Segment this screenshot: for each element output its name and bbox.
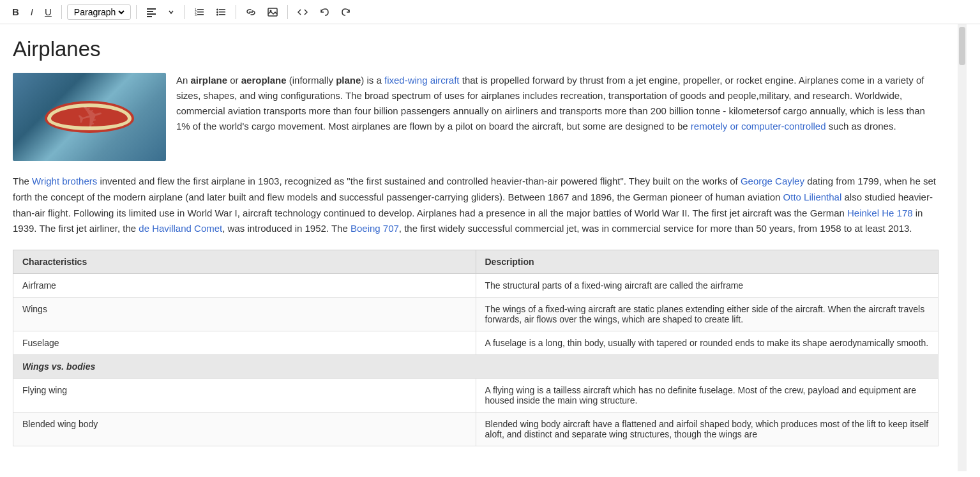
unordered-list-icon <box>216 7 226 17</box>
svg-rect-13 <box>219 11 225 13</box>
undo-icon <box>319 7 329 17</box>
table-row: AirframeThe structural parts of a fixed-… <box>13 274 939 298</box>
redo-button[interactable] <box>336 4 356 20</box>
undo-button[interactable] <box>315 4 334 20</box>
table-row: Blended wing bodyBlended wing body aircr… <box>13 413 939 446</box>
svg-rect-1 <box>147 11 153 12</box>
table-cell-char: Flying wing <box>13 379 476 413</box>
table-cell-char: Airframe <box>13 274 476 298</box>
link-fixed-wing[interactable]: fixed-wing aircraft <box>384 75 460 86</box>
separator-2 <box>136 5 137 19</box>
paragraph-select[interactable]: Paragraph Heading 1 Heading 2 Heading 3 <box>72 6 126 18</box>
svg-rect-7 <box>197 11 204 13</box>
bold-plane: plane <box>336 75 361 86</box>
svg-text:3.: 3. <box>195 13 197 17</box>
link-icon <box>246 7 256 17</box>
bold-airplane: airplane <box>191 75 228 86</box>
svg-point-12 <box>216 11 218 13</box>
scrollbar-thumb[interactable] <box>959 27 965 65</box>
table-row: FuselageA fuselage is a long, thin body,… <box>13 331 939 355</box>
redo-icon <box>341 7 351 17</box>
page-title: Airplanes <box>13 37 939 61</box>
table-cell-desc: A flying wing is a tailless aircraft whi… <box>476 379 939 413</box>
italic-button[interactable]: I <box>26 4 38 20</box>
table-header-desc: Description <box>476 250 939 274</box>
characteristics-table: Characteristics Description AirframeThe … <box>13 250 939 446</box>
bold-aeroplane: aeroplane <box>241 75 287 86</box>
intro-section: An airplane or aeroplane (informally pla… <box>13 73 939 161</box>
main-content: Airplanes An airplane or aeroplane (info… <box>0 24 958 471</box>
link-otto-lilienthal[interactable]: Otto Lilienthal <box>783 192 842 202</box>
svg-rect-5 <box>197 9 204 10</box>
svg-rect-2 <box>147 13 156 15</box>
table-cell-char: Blended wing body <box>13 413 476 446</box>
svg-point-14 <box>216 13 218 15</box>
align-left-button[interactable] <box>142 4 161 20</box>
separator-3 <box>184 5 185 19</box>
separator-4 <box>236 5 236 19</box>
table-header-char: Characteristics <box>13 250 476 274</box>
separator-1 <box>61 5 62 19</box>
table-row: Flying wingA flying wing is a tailless a… <box>13 379 939 413</box>
table-cell-desc: The structural parts of a fixed-wing air… <box>476 274 939 298</box>
svg-point-10 <box>216 8 218 10</box>
code-icon <box>298 7 308 17</box>
link-boeing[interactable]: Boeing 707 <box>351 223 399 234</box>
svg-rect-11 <box>219 9 225 10</box>
table-row: WingsThe wings of a fixed-wing aircraft … <box>13 298 939 331</box>
bold-button[interactable]: B <box>8 4 24 20</box>
code-button[interactable] <box>293 4 312 20</box>
paragraph-selector[interactable]: Paragraph Heading 1 Heading 2 Heading 3 <box>67 4 131 20</box>
link-george-cayley[interactable]: George Cayley <box>741 176 804 186</box>
table-cell-desc: Blended wing body aircraft have a flatte… <box>476 413 939 446</box>
separator-5 <box>287 5 288 19</box>
table-subheader: Wings vs. bodies <box>13 355 939 379</box>
table-cell-char: Wings <box>13 298 476 331</box>
image-icon <box>268 7 278 17</box>
align-left-icon <box>146 7 156 17</box>
toolbar: B I U Paragraph Heading 1 Heading 2 Head… <box>0 0 980 24</box>
svg-rect-9 <box>197 14 204 15</box>
intro-text: An airplane or aeroplane (informally pla… <box>176 73 939 161</box>
svg-rect-3 <box>147 16 152 17</box>
underline-button[interactable]: U <box>40 4 56 20</box>
table-cell-desc: A fuselage is a long, thin body, usually… <box>476 331 939 355</box>
airplane-image <box>13 73 166 161</box>
svg-rect-0 <box>147 8 156 10</box>
svg-rect-15 <box>219 14 225 15</box>
table-cell-desc: The wings of a fixed-wing aircraft are s… <box>476 298 939 331</box>
link-button[interactable] <box>241 4 260 20</box>
table-cell-char: Fuselage <box>13 331 476 355</box>
link-wright-brothers[interactable]: Wright brothers <box>32 176 97 186</box>
scrollbar[interactable] <box>958 24 967 471</box>
unordered-list-button[interactable] <box>211 4 230 20</box>
align-dropdown-button[interactable] <box>163 6 179 18</box>
link-heinkel[interactable]: Heinkel He 178 <box>847 208 913 218</box>
ordered-list-icon: 1. 2. 3. <box>194 7 204 17</box>
link-de-havilland[interactable]: de Havilland Comet <box>139 223 222 234</box>
image-button[interactable] <box>263 4 282 20</box>
history-text: The Wright brothers invented and flew th… <box>13 174 939 237</box>
ordered-list-button[interactable]: 1. 2. 3. <box>190 4 209 20</box>
chevron-down-icon <box>168 9 174 15</box>
link-remotely[interactable]: remotely or computer-controlled <box>691 121 826 132</box>
